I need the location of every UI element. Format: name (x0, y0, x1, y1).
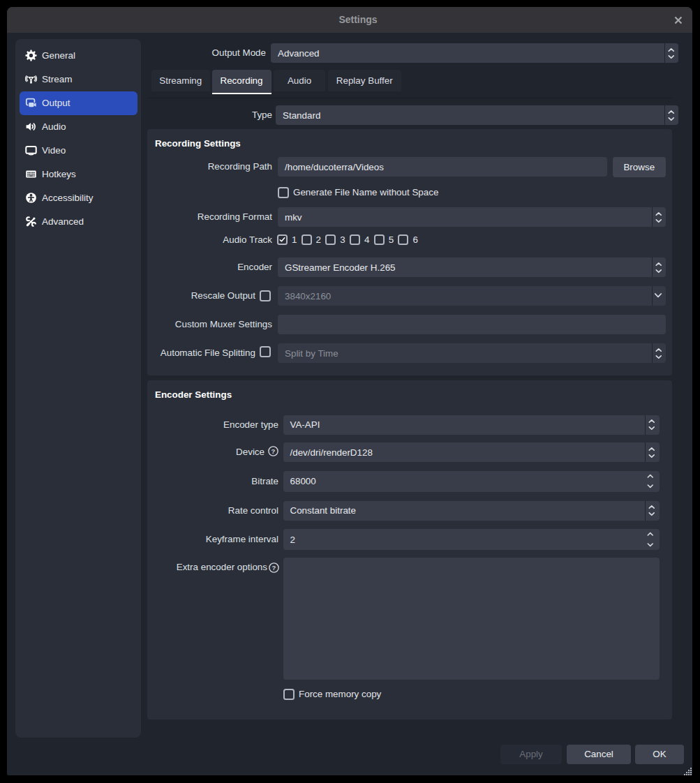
svg-text:?: ? (271, 447, 276, 455)
svg-text:?: ? (272, 564, 276, 572)
